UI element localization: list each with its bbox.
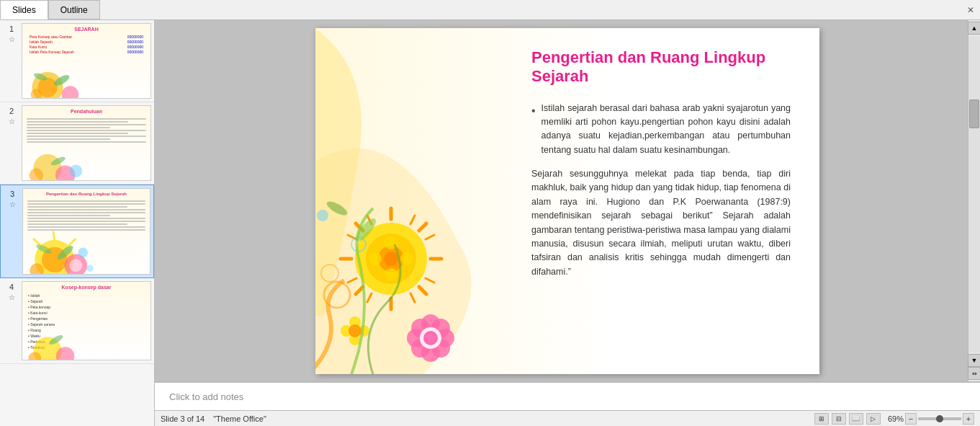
panel-tabs: Slides Outline ✕: [0, 0, 980, 20]
svg-line-14: [68, 239, 76, 246]
slide-main-title: Pengertian dan Ruang Lingkup Sejarah: [531, 48, 791, 86]
star-icon-3: ☆: [9, 200, 16, 208]
scroll-track: [968, 36, 980, 352]
scroll-corner[interactable]: ⇔: [968, 367, 980, 380]
svg-point-21: [78, 248, 88, 258]
slide-thumb-3: Pengertian dan Ruang Lingkup Sejarah: [22, 188, 150, 275]
zoom-slider-thumb: [936, 415, 943, 422]
slide-info: Slide 3 of 14: [161, 414, 204, 423]
slide-thumb-2: Pendahuluan: [22, 105, 151, 181]
slide-body-content: • Istilah sejarah berasal dari bahasa ar…: [531, 102, 791, 280]
tab-outline[interactable]: Outline: [48, 0, 100, 19]
slide-number-col-2: 2 ☆: [1, 105, 22, 125]
close-panel-button[interactable]: ✕: [961, 2, 980, 18]
status-left: Slide 3 of 14 "Theme Office": [161, 414, 266, 423]
slideshow-button[interactable]: ▷: [866, 413, 881, 425]
theme-name: "Theme Office": [213, 414, 266, 423]
svg-line-13: [53, 231, 55, 240]
scroll-thumb[interactable]: [969, 99, 979, 128]
bullet-text-1: Istilah sejarah berasal dari bahasa arab…: [541, 102, 791, 158]
slide-container: ▲ ▼ ⇔: [155, 20, 980, 381]
main-slide: Pengertian dan Ruang Lingkup Sejarah • I…: [315, 28, 819, 374]
tab-slides[interactable]: Slides: [0, 0, 48, 19]
slide-num-2: 2: [9, 107, 14, 116]
paragraph-text-1: Sejarah sesungguhnya melekat pada tiap b…: [531, 167, 791, 279]
star-icon-1: ☆: [9, 35, 15, 43]
slide-num-1: 1: [9, 25, 14, 34]
slide-text-content: Pengertian dan Ruang Lingkup Sejarah • I…: [315, 28, 819, 374]
bullet-item-1: • Istilah sejarah berasal dari bahasa ar…: [531, 102, 791, 158]
slides-panel: 1 ☆ SEJARAH Peta Konsep atau Gambar00000…: [0, 20, 155, 426]
status-right: ⊞ ⊟ 📖 ▷ 69% − +: [814, 413, 974, 425]
svg-point-2: [62, 86, 79, 98]
slides-scrollable[interactable]: 1 ☆ SEJARAH Peta Konsep atau Gambar00000…: [0, 20, 154, 426]
reading-view-button[interactable]: 📖: [849, 413, 863, 425]
slide-thumb-1: SEJARAH Peta Konsep atau Gambar00000000 …: [22, 23, 151, 99]
zoom-control: 69% − +: [888, 413, 974, 425]
zoom-level: 69%: [888, 414, 904, 423]
notes-placeholder: Click to add notes: [169, 391, 243, 402]
slide-thumbnail-3[interactable]: 3 ☆ Pengertian dan Ruang Lingkup Sejarah: [0, 185, 154, 278]
content-area: ▲ ▼ ⇔: [155, 20, 980, 426]
bullet-dot-1: •: [531, 102, 536, 158]
slide-number-col-1: 1 ☆: [1, 23, 22, 43]
scroll-up-button[interactable]: ▲: [968, 22, 980, 35]
star-icon-4: ☆: [9, 293, 15, 301]
slide-thumbnail-2[interactable]: 2 ☆ Pendahuluan: [0, 102, 154, 185]
slide-sorter-button[interactable]: ⊟: [832, 413, 846, 425]
svg-point-9: [69, 164, 82, 177]
slide-num-3: 3: [10, 190, 14, 199]
zoom-slider[interactable]: [918, 417, 961, 420]
svg-point-17: [69, 259, 82, 272]
svg-line-15: [33, 239, 40, 246]
notes-area[interactable]: Click to add notes: [155, 381, 980, 410]
slide-num-4: 4: [9, 283, 14, 292]
status-bar: Slide 3 of 14 "Theme Office" ⊞ ⊟ 📖 ▷ 69%…: [155, 410, 980, 426]
star-icon-2: ☆: [9, 117, 15, 125]
scroll-down-button[interactable]: ▼: [968, 354, 980, 367]
slide-thumbnail-4[interactable]: 4 ☆ Kosep-konsep dasar • Istilah • Sejar…: [0, 278, 154, 364]
main-scrollbar: ▲ ▼ ⇔: [968, 20, 980, 381]
svg-point-22: [86, 265, 94, 272]
slide-thumbnail-1[interactable]: 1 ☆ SEJARAH Peta Konsep atau Gambar00000…: [0, 20, 154, 102]
main-area: 1 ☆ SEJARAH Peta Konsep atau Gambar00000…: [0, 20, 980, 426]
zoom-in-button[interactable]: +: [963, 413, 974, 425]
slide-number-col-3: 3 ☆: [2, 188, 22, 208]
normal-view-button[interactable]: ⊞: [814, 413, 829, 425]
zoom-out-button[interactable]: −: [905, 413, 917, 425]
slide-thumb-4: Kosep-konsep dasar • Istilah • Sejarah •…: [22, 281, 151, 360]
slide-number-col-4: 4 ☆: [1, 281, 22, 301]
